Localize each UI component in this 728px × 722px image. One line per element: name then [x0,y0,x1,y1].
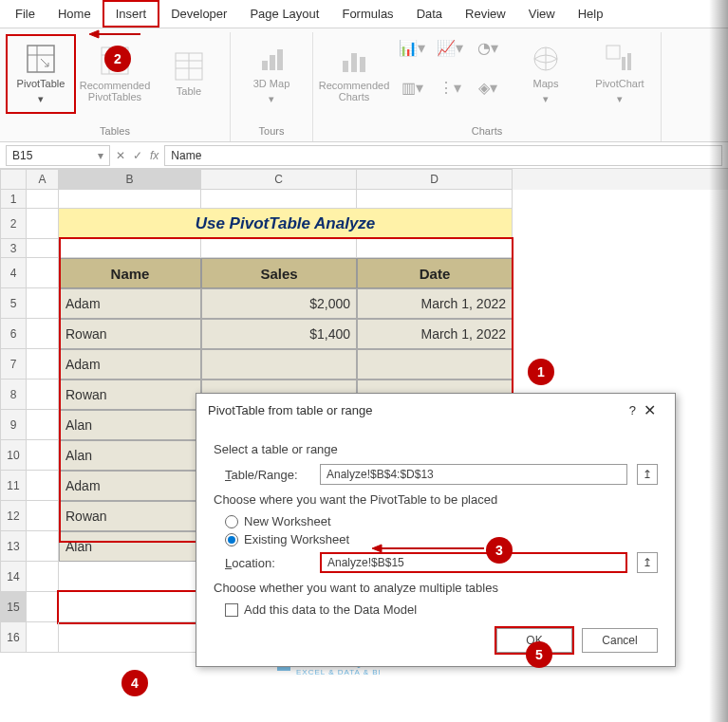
bar-chart-icon[interactable]: 📊▾ [393,34,431,61]
maps-icon [531,44,561,74]
col-header-c[interactable]: C [201,169,357,190]
checkbox-icon [225,603,238,617]
fx-icon[interactable]: fx [150,149,159,162]
menubar: File Home Insert Developer Page Layout F… [0,0,728,28]
pie-chart-icon[interactable]: ◔▾ [469,34,507,61]
cancel-icon[interactable]: ✕ [116,149,125,162]
svg-rect-15 [360,57,365,72]
section-multiple-tables: Choose whether you want to analyze multi… [214,581,658,595]
svg-rect-13 [343,61,348,72]
location-input[interactable]: Analyze!$B$15 [320,552,627,573]
surface-chart-icon[interactable]: ◈▾ [469,74,507,101]
row-header-1[interactable]: 1 [0,190,27,209]
menu-developer[interactable]: Developer [159,2,238,26]
menu-view[interactable]: View [517,2,567,26]
svg-rect-10 [262,61,268,70]
formula-bar: B15▾ ✕ ✓ fx Name [0,142,728,169]
table-icon [174,51,204,82]
section-select-range: Select a table or range [214,442,658,456]
menu-insert[interactable]: Insert [103,0,160,28]
svg-rect-18 [622,57,625,70]
menu-home[interactable]: Home [47,2,103,26]
svg-rect-11 [270,55,275,70]
col-header-b[interactable]: B [59,169,201,190]
recommended-charts-icon [339,46,369,76]
badge-2: 2 [104,46,131,72]
chart-type-gallery[interactable]: 📊▾ 📈▾ ◔▾ ▥▾ ⋮▾ ◈▾ [393,34,507,114]
row-header-2[interactable]: 2 [0,209,27,239]
svg-rect-17 [607,46,620,59]
badge-5: 5 [526,641,552,668]
collapse-range-icon[interactable]: ↥ [637,464,658,485]
location-label: Location: [225,556,310,570]
col-header-a[interactable]: A [27,169,59,190]
group-label-tours: Tours [259,122,285,139]
recommended-charts-button[interactable]: Recommended Charts [319,34,389,114]
table-header-date[interactable]: Date [357,258,513,288]
dropdown-icon: ▾ [543,93,549,105]
dropdown-icon: ▾ [617,93,623,105]
hierarchy-chart-icon[interactable]: ▥▾ [393,74,431,101]
selected-cell-b15[interactable] [59,592,201,622]
enter-icon[interactable]: ✓ [133,149,142,162]
dropdown-icon: ▾ [269,93,274,105]
formula-input[interactable]: Name [164,145,722,166]
row-header-4[interactable]: 4 [0,258,27,288]
badge-4: 4 [121,670,148,696]
table-range-input[interactable]: Analyze!$B$4:$D$13 [320,464,627,485]
ribbon-group-charts: Recommended Charts 📊▾ 📈▾ ◔▾ ▥▾ ⋮▾ ◈▾ Map… [313,32,662,141]
badge-1: 1 [528,359,554,385]
pivottable-dialog: PivotTable from table or range ? ✕ Selec… [196,393,676,667]
dropdown-icon: ▾ [38,93,44,105]
radio-new-worksheet[interactable]: New Worksheet [214,514,658,528]
group-label-charts: Charts [472,122,502,139]
pivottable-button[interactable]: PivotTable ▾ [6,34,76,114]
svg-rect-12 [277,49,283,70]
checkbox-data-model[interactable]: Add this data to the Data Model [214,602,658,617]
table-header-name[interactable]: Name [59,258,201,288]
help-icon[interactable]: ? [629,403,636,417]
table-range-label: Table/Range: [225,468,310,482]
title-cell[interactable]: Use PivotTable Analyze [59,209,513,239]
svg-rect-14 [351,53,357,72]
dialog-title: PivotTable from table or range [208,403,629,417]
ribbon: PivotTable ▾ Recommended PivotTables Tab… [0,28,728,142]
row-header-3[interactable]: 3 [0,239,27,258]
menu-review[interactable]: Review [454,2,517,26]
dropdown-icon: ▾ [98,149,103,162]
3d-map-icon [256,44,287,74]
maps-button[interactable]: Maps ▾ [511,34,581,114]
menu-formulas[interactable]: Formulas [330,2,404,26]
ribbon-group-tours: 3D Map ▾ Tours [231,32,313,141]
pivotchart-button[interactable]: PivotChart ▾ [585,34,655,114]
menu-page-layout[interactable]: Page Layout [238,2,330,26]
svg-marker-23 [372,545,382,552]
radio-icon [225,515,238,528]
select-all-corner[interactable] [0,169,27,190]
section-placement: Choose where you want the PivotTable to … [214,492,658,507]
pivottable-icon [26,44,56,74]
3d-map-button[interactable]: 3D Map ▾ [236,34,307,114]
group-label-tables: Tables [100,122,130,139]
col-header-d[interactable]: D [357,169,513,190]
collapse-range-icon[interactable]: ↥ [637,552,658,573]
badge-3: 3 [486,537,513,564]
radio-icon-checked [225,533,238,546]
line-chart-icon[interactable]: 📈▾ [431,34,469,61]
arrow-to-insert [89,28,142,40]
menu-data[interactable]: Data [405,2,454,26]
pivotchart-icon [605,44,635,74]
svg-marker-21 [89,30,99,38]
table-button[interactable]: Table [154,34,224,114]
scatter-chart-icon[interactable]: ⋮▾ [431,74,469,101]
close-icon[interactable]: ✕ [636,401,663,419]
edge-shadow [709,0,728,722]
menu-file[interactable]: File [4,2,47,26]
table-header-sales[interactable]: Sales [201,258,357,288]
name-box[interactable]: B15▾ [6,145,110,166]
arrow-to-existing [372,543,486,554]
svg-rect-19 [627,53,631,70]
menu-help[interactable]: Help [567,2,615,26]
cancel-button[interactable]: Cancel [582,628,658,653]
